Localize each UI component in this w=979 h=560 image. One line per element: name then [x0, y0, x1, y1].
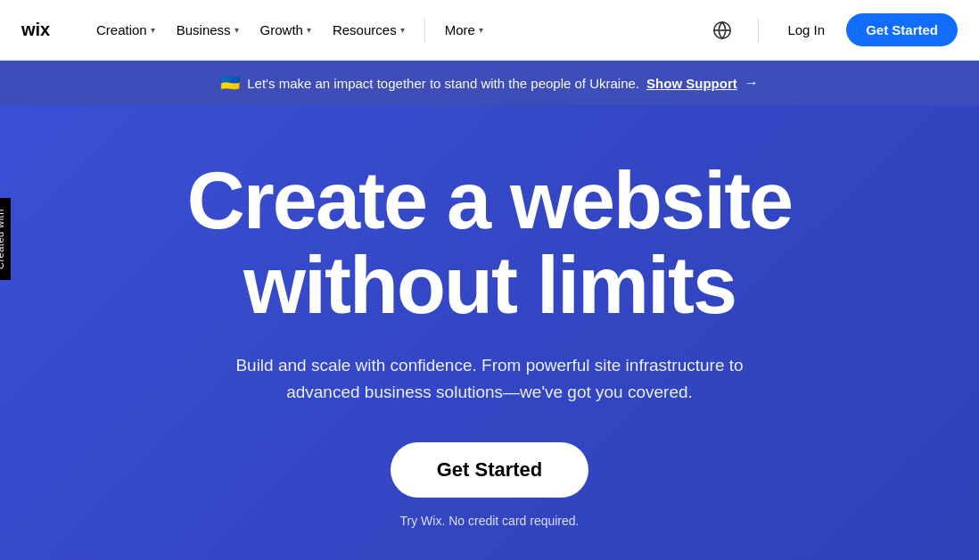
wix-logo-svg: wix [21, 21, 59, 39]
nav-chevron-growth: ▾ [307, 25, 311, 35]
hero-subtitle: Build and scale with confidence. From po… [222, 352, 757, 407]
ukraine-message: Let's make an impact together to stand w… [247, 76, 639, 91]
ukraine-flag: 🇺🇦 [220, 73, 240, 93]
side-badge: Created with [0, 198, 11, 280]
login-button[interactable]: Log In [780, 17, 832, 43]
globe-icon [712, 21, 732, 40]
logo[interactable]: wix [21, 21, 59, 39]
nav-chevron-creation: ▾ [151, 25, 155, 35]
nav-menu: Creation ▾ Business ▾ Growth ▾ Resources… [87, 15, 708, 45]
nav-item-more-label: More [445, 22, 475, 37]
hero-cta-button[interactable]: Get Started [391, 442, 589, 498]
hero-title: Create a website without limits [187, 159, 792, 327]
nav-item-resources[interactable]: Resources ▾ [324, 15, 414, 45]
nav-item-business-label: Business [177, 22, 231, 37]
language-selector[interactable] [708, 16, 736, 45]
nav-divider [424, 18, 425, 43]
nav-chevron-resources: ▾ [400, 25, 405, 35]
action-divider [758, 18, 759, 43]
hero-title-line1: Create a website [187, 156, 792, 245]
nav-item-creation-label: Creation [96, 22, 147, 37]
navbar: wix Creation ▾ Business ▾ Growth ▾ Resou… [0, 0, 979, 61]
nav-item-resources-label: Resources [333, 22, 397, 37]
ukraine-banner: 🇺🇦 Let's make an impact together to stan… [0, 61, 979, 105]
show-support-arrow: → [745, 75, 759, 91]
nav-item-growth[interactable]: Growth ▾ [251, 15, 320, 45]
hero-disclaimer: Try Wix. No credit card required. [400, 514, 580, 528]
nav-item-growth-label: Growth [260, 22, 303, 37]
nav-item-business[interactable]: Business ▾ [168, 15, 248, 45]
nav-chevron-business: ▾ [234, 25, 239, 35]
nav-chevron-more: ▾ [479, 25, 483, 35]
side-badge-text: Created with [0, 209, 5, 269]
nav-item-creation[interactable]: Creation ▾ [87, 15, 164, 45]
svg-text:wix: wix [21, 21, 50, 39]
show-support-link[interactable]: Show Support [646, 76, 737, 91]
get-started-nav-button[interactable]: Get Started [846, 13, 958, 46]
navbar-actions: Log In Get Started [708, 13, 958, 46]
nav-item-more[interactable]: More ▾ [436, 15, 492, 45]
hero-section: Create a website without limits Build an… [0, 105, 979, 560]
hero-title-line2: without limits [243, 241, 736, 330]
